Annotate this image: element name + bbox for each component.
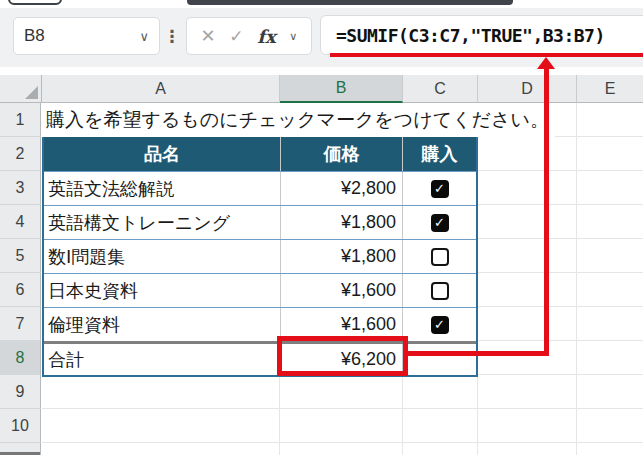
header-cell-purchase[interactable]: 購入: [403, 137, 476, 171]
cancel-button[interactable]: ✕: [201, 25, 216, 47]
gridline: [42, 442, 643, 443]
checkbox[interactable]: ✓: [431, 316, 449, 334]
checkbox[interactable]: ✓: [431, 214, 449, 232]
ribbon-fragment: [8, 0, 62, 5]
col-header-b[interactable]: B: [280, 75, 403, 103]
formula-buttons-group: ✕ ✓ fx ∨: [186, 17, 312, 55]
row-header-7[interactable]: 7: [0, 307, 41, 341]
col-header-d[interactable]: D: [478, 75, 577, 103]
header-cell-name[interactable]: 品名: [44, 137, 281, 171]
annotation-arrow-vertical: [544, 68, 549, 356]
cell-price[interactable]: ¥1,600: [281, 274, 403, 307]
annotation-formula-underline: [330, 53, 643, 57]
insert-function-button[interactable]: fx: [257, 26, 275, 47]
annotation-arrow-horizontal: [404, 351, 549, 356]
table-total-row: 合計 ¥6,200: [44, 341, 476, 375]
name-box-value[interactable]: B8: [14, 26, 139, 46]
cell-checkbox: [403, 274, 476, 307]
table-row: 英語構文トレーニング ¥1,800 ✓: [44, 205, 476, 239]
formula-input[interactable]: =SUMIF(C3:C7,"TRUE",B3:B7): [320, 15, 643, 55]
table-header-row: 品名 価格 購入: [44, 137, 476, 171]
table-row: 数Ⅰ問題集 ¥1,800: [44, 239, 476, 273]
row-header-3[interactable]: 3: [0, 171, 41, 205]
row-header-9[interactable]: 9: [0, 375, 41, 409]
row-header-4[interactable]: 4: [0, 205, 41, 239]
row-header-6[interactable]: 6: [0, 273, 41, 307]
select-all-corner[interactable]: [0, 75, 42, 103]
chevron-down-icon[interactable]: ∨: [139, 29, 159, 44]
cell-checkbox: ✓: [403, 308, 476, 341]
row-header-10[interactable]: 10: [0, 409, 41, 443]
cell-checkbox: ✓: [403, 206, 476, 239]
col-header-a[interactable]: A: [42, 75, 280, 103]
cell-checkbox: ✓: [403, 172, 476, 205]
cell-product-name[interactable]: 英語構文トレーニング: [44, 206, 281, 239]
header-cell-price[interactable]: 価格: [281, 137, 403, 171]
checkbox[interactable]: ✓: [431, 180, 449, 198]
row-header-8[interactable]: 8: [0, 341, 41, 375]
cell-c8-empty[interactable]: [403, 344, 476, 375]
col-header-e[interactable]: E: [577, 75, 643, 103]
excel-window: B8 ∨ ⋮ ✕ ✓ fx ∨ =SUMIF(C3:C7,"TRUE",B3:B…: [0, 0, 643, 455]
table-row: 日本史資料 ¥1,600: [44, 273, 476, 307]
cell-price[interactable]: ¥1,800: [281, 240, 403, 273]
cell-total-label[interactable]: 合計: [44, 344, 281, 375]
cell-a1-instruction[interactable]: 購入を希望するものにチェックマークをつけてください。: [42, 103, 555, 137]
ribbon-fragment: [187, 0, 513, 5]
col-header-c[interactable]: C: [403, 75, 478, 103]
cell-price[interactable]: ¥2,800: [281, 172, 403, 205]
purchase-table: 品名 価格 購入 英語文法総解説 ¥2,800 ✓ 英語構文トレーニング ¥1,…: [42, 137, 478, 377]
formula-text[interactable]: =SUMIF(C3:C7,"TRUE",B3:B7): [321, 25, 605, 46]
cell-price[interactable]: ¥1,800: [281, 206, 403, 239]
gridline: [576, 103, 577, 455]
cell-product-name[interactable]: 英語文法総解説: [44, 172, 281, 205]
checkbox[interactable]: [431, 282, 449, 300]
checkbox[interactable]: [431, 248, 449, 266]
cell-product-name[interactable]: 数Ⅰ問題集: [44, 240, 281, 273]
annotation-highlight-box-b8: [277, 336, 408, 376]
select-all-triangle-icon: [25, 86, 38, 99]
more-dots-icon[interactable]: ⋮: [165, 17, 179, 55]
name-box[interactable]: B8 ∨: [13, 17, 160, 55]
cell-checkbox: [403, 240, 476, 273]
row-header-2[interactable]: 2: [0, 137, 41, 171]
table-row: 英語文法総解説 ¥2,800 ✓: [44, 171, 476, 205]
cell-product-name[interactable]: 日本史資料: [44, 274, 281, 307]
row-header-5[interactable]: 5: [0, 239, 41, 273]
enter-button[interactable]: ✓: [229, 26, 243, 47]
row-header-1[interactable]: 1: [0, 103, 41, 137]
gridline: [42, 408, 643, 409]
table-row: 倫理資料 ¥1,600 ✓: [44, 307, 476, 341]
chevron-down-icon[interactable]: ∨: [289, 30, 297, 43]
cell-product-name[interactable]: 倫理資料: [44, 308, 281, 341]
